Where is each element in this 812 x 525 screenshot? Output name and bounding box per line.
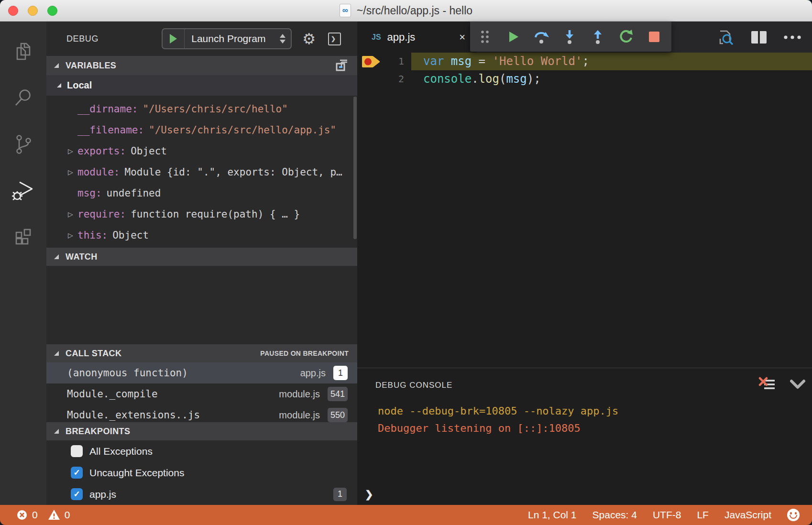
variable-row[interactable]: ▷ require: function require(path) { … }	[46, 204, 357, 225]
step-out-button[interactable]	[589, 29, 607, 45]
status-indentation[interactable]: Spaces: 4	[593, 509, 637, 521]
frame-line-badge: 550	[328, 408, 348, 422]
code-token: msg	[506, 72, 527, 86]
code-line[interactable]: 1 var msg = 'Hello World';	[357, 53, 812, 70]
errors-icon[interactable]	[16, 509, 28, 521]
stop-button[interactable]	[645, 29, 663, 45]
variable-value: "/Users/chris/src/hello/app.js"	[149, 124, 336, 136]
variable-row[interactable]: ▷ module: Module {id: ".", exports: Obje…	[46, 162, 357, 183]
console-input-prompt[interactable]: ❯	[365, 489, 373, 500]
frame-line-badge: 1	[333, 366, 348, 380]
drag-dots-icon	[479, 30, 491, 44]
sidebar-item-source-control[interactable]	[0, 121, 46, 167]
split-editor-icon[interactable]	[751, 31, 767, 44]
code-text[interactable]: var msg = 'Hello World';	[411, 53, 812, 70]
breakpoints-section-header[interactable]: BREAKPOINTS	[46, 422, 357, 440]
start-debug-button[interactable]	[163, 29, 185, 48]
tab-close-icon[interactable]: ×	[459, 31, 465, 44]
close-button[interactable]	[8, 6, 18, 16]
window-title: ~/src/hello/app.js - hello	[357, 4, 472, 17]
minimize-button[interactable]	[28, 6, 38, 16]
code-line[interactable]: 2 console.log(msg);	[357, 70, 812, 88]
variable-row[interactable]: ▷ exports: Object	[46, 141, 357, 162]
status-eol[interactable]: LF	[697, 509, 709, 521]
find-in-file-icon[interactable]	[716, 29, 735, 46]
variable-value: Object	[112, 230, 149, 241]
extensions-icon	[12, 226, 34, 248]
debug-sidebar: DEBUG Launch Program ⚙ ❯ VARIABLES	[46, 22, 357, 505]
variable-name: require:	[77, 208, 126, 220]
breakpoint-row[interactable]: ✓ app.js 1	[46, 483, 357, 505]
sidebar-item-search[interactable]	[0, 75, 46, 121]
collapse-panel-chevron-icon[interactable]	[789, 378, 806, 391]
call-stack-section-header[interactable]: CALL STACK PAUSED ON BREAKPOINT	[46, 344, 357, 362]
line-number: 2	[384, 70, 404, 88]
feedback-smiley-icon[interactable]	[787, 509, 800, 521]
breakpoint-gutter[interactable]	[357, 70, 384, 88]
continue-button[interactable]	[504, 29, 522, 45]
code-text[interactable]: console.log(msg);	[411, 70, 812, 88]
step-into-button[interactable]	[560, 29, 579, 45]
step-over-button[interactable]	[532, 29, 550, 45]
breakpoint-gutter[interactable]	[357, 53, 384, 70]
call-stack-frame[interactable]: (anonymous function) app.js 1	[46, 362, 357, 383]
warnings-icon[interactable]	[48, 509, 60, 521]
variables-section-header[interactable]: VARIABLES	[46, 56, 357, 75]
more-actions-icon[interactable]	[783, 34, 801, 40]
variable-row[interactable]: msg: undefined	[46, 183, 357, 204]
traffic-lights	[0, 6, 57, 16]
configure-gear-button[interactable]: ⚙	[302, 32, 316, 46]
paused-status-badge: PAUSED ON BREAKPOINT	[260, 350, 349, 357]
launch-configuration-label: Launch Program	[185, 33, 274, 44]
step-over-icon	[533, 29, 549, 44]
section-expanded-icon	[54, 429, 59, 434]
breakpoint-checkbox[interactable]: ✓	[71, 488, 83, 500]
call-stack-frame[interactable]: Module._compile module.js 541	[46, 383, 357, 405]
variable-row[interactable]: ▷ this: Object	[46, 225, 357, 246]
launch-configuration-dropdown[interactable]: Launch Program	[162, 28, 292, 49]
play-icon	[170, 34, 177, 44]
search-icon	[12, 87, 34, 109]
error-count[interactable]: 0	[32, 509, 38, 521]
open-console-button[interactable]: ❯	[328, 33, 341, 45]
code-token: console	[423, 72, 472, 86]
breakpoint-checkbox[interactable]: ✓	[71, 445, 83, 457]
frame-file: app.js	[300, 368, 326, 379]
debug-console-title: DEBUG CONSOLE	[375, 381, 452, 390]
zoom-button[interactable]	[47, 6, 57, 16]
collapse-all-icon[interactable]	[335, 59, 349, 72]
watch-empty-area	[46, 266, 357, 344]
status-encoding[interactable]: UTF-8	[653, 509, 681, 521]
variables-list: __dirname: "/Users/chris/src/hello" __fi…	[46, 96, 357, 248]
tab-app-js[interactable]: JS app.js ×	[357, 22, 477, 53]
code-editor[interactable]: 1 var msg = 'Hello World'; 2 console.log…	[357, 53, 812, 368]
watch-section-header[interactable]: WATCH	[46, 248, 357, 266]
breakpoint-row[interactable]: ✓ All Exceptions	[46, 440, 357, 462]
status-language[interactable]: JavaScript	[724, 509, 771, 521]
breakpoint-row[interactable]: ✓ Uncaught Exceptions	[46, 462, 357, 483]
editor-area: JS app.js ×	[357, 22, 812, 505]
call-stack-frame[interactable]: Module._extensions..js module.js 550	[46, 405, 357, 422]
code-token: .	[472, 72, 478, 86]
sidebar-item-extensions[interactable]	[0, 214, 46, 260]
code-token: ;	[534, 72, 540, 86]
variable-row[interactable]: __filename: "/Users/chris/src/hello/app.…	[46, 120, 357, 141]
section-expanded-icon	[54, 351, 59, 356]
titlebar: ∞ ~/src/hello/app.js - hello	[0, 0, 812, 22]
breakpoint-checkbox[interactable]: ✓	[71, 467, 83, 479]
warning-count[interactable]: 0	[65, 509, 70, 521]
status-cursor-position[interactable]: Ln 1, Col 1	[528, 509, 577, 521]
breakpoint-count-badge: 1	[333, 488, 347, 501]
toolbar-drag-handle[interactable]	[476, 29, 494, 45]
variable-row[interactable]: __dirname: "/Users/chris/src/hello"	[46, 98, 357, 120]
scope-local-row[interactable]: Local	[46, 75, 357, 96]
clear-console-icon[interactable]	[758, 377, 776, 392]
code-token: =	[472, 55, 492, 68]
sidebar-item-explorer[interactable]	[0, 28, 46, 75]
variable-name: __filename:	[77, 124, 144, 136]
sidebar-scrollbar[interactable]	[353, 97, 357, 239]
code-token: )	[527, 72, 534, 86]
restart-button[interactable]	[617, 29, 635, 45]
sidebar-item-debug[interactable]	[0, 167, 46, 214]
step-into-icon	[562, 29, 577, 44]
